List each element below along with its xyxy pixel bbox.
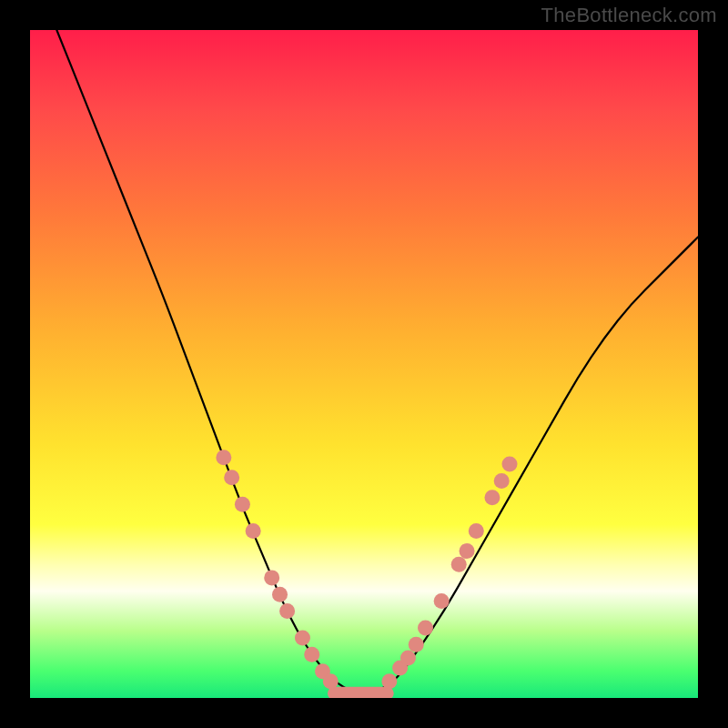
- chart-svg: [30, 30, 698, 698]
- marker-left-3: [246, 523, 261, 539]
- plot-area: [30, 30, 698, 698]
- marker-right-3: [409, 637, 424, 652]
- markers-right-group: [381, 457, 517, 690]
- marker-right-11: [502, 457, 518, 472]
- marker-right-10: [494, 473, 510, 489]
- marker-right-6: [451, 557, 467, 572]
- marker-left-4: [264, 570, 279, 585]
- marker-left-5: [272, 587, 288, 602]
- marker-right-7: [460, 543, 475, 559]
- marker-left-7: [295, 630, 310, 645]
- chart-frame: TheBottleneck.com: [0, 0, 728, 728]
- marker-right-2: [400, 650, 416, 665]
- marker-left-10: [323, 673, 339, 689]
- marker-right-0: [381, 673, 397, 689]
- bottleneck-curve: [56, 30, 698, 693]
- marker-right-8: [469, 523, 484, 539]
- watermark-text: TheBottleneck.com: [541, 4, 717, 27]
- marker-left-0: [216, 450, 231, 465]
- marker-left-8: [304, 647, 319, 662]
- marker-right-9: [484, 490, 500, 505]
- marker-right-4: [418, 620, 433, 635]
- marker-left-6: [279, 603, 295, 619]
- marker-right-5: [434, 593, 450, 609]
- marker-left-1: [224, 470, 239, 485]
- marker-left-2: [235, 497, 250, 512]
